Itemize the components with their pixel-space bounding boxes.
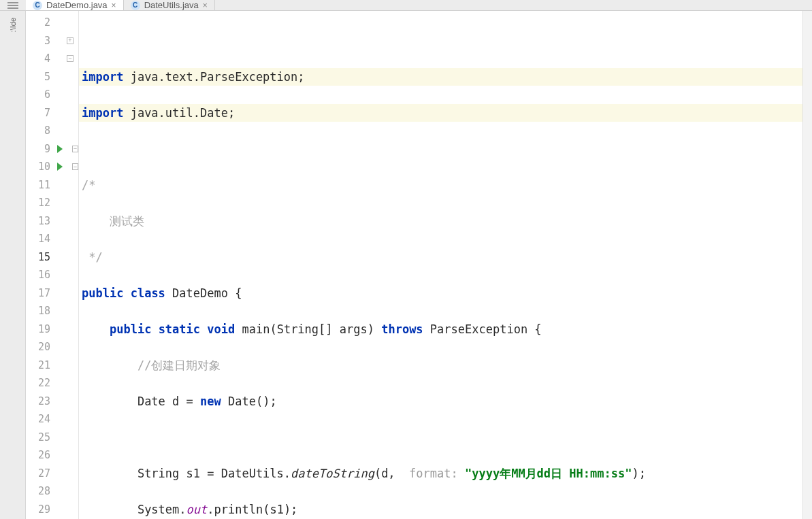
line-number[interactable]: 15 bbox=[26, 248, 50, 267]
gutter-marker-row bbox=[56, 248, 78, 267]
line-number[interactable]: 10 bbox=[26, 158, 50, 176]
gutter-marker-row bbox=[56, 86, 78, 104]
line-number[interactable]: 9 bbox=[26, 140, 50, 158]
toolwindow-strip: :\Ide iml bbox=[0, 11, 26, 519]
java-class-icon: C bbox=[33, 1, 42, 10]
gutter-marker-row bbox=[56, 176, 78, 195]
java-class-icon: C bbox=[131, 1, 140, 10]
gutter-marker-row bbox=[56, 374, 78, 392]
line-number[interactable]: 12 bbox=[26, 194, 50, 212]
code-line: public static void main(String[] args) t… bbox=[79, 320, 802, 339]
tab-label: DateDemo.java bbox=[46, 0, 108, 10]
gutter-marker-row bbox=[56, 302, 78, 320]
gutter-marker-row bbox=[56, 140, 78, 158]
gutter-marker-row bbox=[56, 194, 78, 212]
gutter-marker-row bbox=[56, 446, 78, 465]
line-number[interactable]: 19 bbox=[26, 320, 50, 339]
gutter-marker-row bbox=[56, 465, 78, 483]
line-number[interactable]: 27 bbox=[26, 465, 50, 483]
fold-toggle-icon[interactable] bbox=[72, 163, 78, 170]
tab-dateutils[interactable]: C DateUtils.java × bbox=[124, 0, 215, 10]
fold-toggle-icon[interactable] bbox=[67, 55, 74, 62]
line-number[interactable]: 23 bbox=[26, 392, 50, 411]
gutter-marker-row bbox=[56, 284, 78, 303]
line-number[interactable]: 14 bbox=[26, 230, 50, 248]
close-icon[interactable]: × bbox=[203, 1, 208, 10]
code-editor[interactable]: 2345678910111213141516171819202122232425… bbox=[26, 11, 812, 519]
run-gutter-icon[interactable] bbox=[57, 145, 63, 153]
code-line: Date d = new Date(); bbox=[79, 392, 802, 411]
line-number[interactable]: 8 bbox=[26, 122, 50, 140]
gutter-marker-row bbox=[56, 429, 78, 447]
ide-root: C DateDemo.java × C DateUtils.java × :\I… bbox=[0, 0, 812, 519]
line-number[interactable]: 21 bbox=[26, 356, 50, 375]
editor-body: :\Ide iml 234567891011121314151617181920… bbox=[0, 11, 812, 519]
line-number[interactable]: 5 bbox=[26, 68, 50, 86]
code-line: String s1 = DateUtils.dateToString(d, fo… bbox=[79, 465, 802, 483]
gutter-marker-row bbox=[56, 501, 78, 519]
line-number[interactable]: 29 bbox=[26, 501, 50, 519]
close-icon[interactable]: × bbox=[112, 1, 116, 10]
line-number[interactable]: 22 bbox=[26, 374, 50, 392]
gutter-marker-row bbox=[56, 320, 78, 339]
tab-datedemo[interactable]: C DateDemo.java × bbox=[26, 0, 124, 10]
line-number[interactable]: 2 bbox=[26, 14, 50, 32]
gutter-line-numbers[interactable]: 2345678910111213141516171819202122232425… bbox=[26, 11, 56, 519]
gutter-marker-row bbox=[56, 104, 78, 122]
gutter-marker-row bbox=[56, 32, 78, 50]
code-line: //创建日期对象 bbox=[79, 356, 802, 375]
gutter-marker-row bbox=[56, 482, 78, 501]
gutter-marker-row bbox=[56, 158, 78, 176]
run-gutter-icon[interactable] bbox=[57, 163, 63, 171]
line-number[interactable]: 11 bbox=[26, 176, 50, 195]
editor-tabs-bar: C DateDemo.java × C DateUtils.java × bbox=[0, 0, 812, 11]
code-line: System.out.println(s1); bbox=[79, 501, 802, 519]
fold-toggle-icon[interactable] bbox=[72, 146, 78, 152]
hamburger-icon[interactable] bbox=[0, 0, 26, 10]
code-line: import java.util.Date; bbox=[79, 104, 802, 122]
code-line: /* bbox=[79, 176, 802, 195]
line-number[interactable]: 20 bbox=[26, 338, 50, 356]
gutter-marker-row bbox=[56, 14, 78, 32]
fold-toggle-icon[interactable] bbox=[67, 37, 74, 44]
line-number[interactable]: 6 bbox=[26, 86, 50, 104]
line-number[interactable]: 18 bbox=[26, 302, 50, 320]
code-area[interactable]: import java.text.ParseException; import … bbox=[79, 11, 802, 519]
toolwindow-label-ide[interactable]: :\Ide bbox=[9, 18, 17, 32]
editor-scrollbar[interactable] bbox=[802, 11, 812, 519]
code-line: import java.text.ParseException; bbox=[79, 68, 802, 86]
line-number[interactable]: 3 bbox=[26, 32, 50, 50]
line-number[interactable]: 16 bbox=[26, 266, 50, 284]
line-number[interactable]: 26 bbox=[26, 446, 50, 465]
code-line: public class DateDemo { bbox=[79, 284, 802, 303]
gutter-marker-row bbox=[56, 230, 78, 248]
line-number[interactable]: 4 bbox=[26, 50, 50, 68]
code-line: */ bbox=[79, 248, 802, 267]
gutter-marker-row bbox=[56, 212, 78, 231]
gutter-markers[interactable] bbox=[56, 11, 79, 519]
line-number[interactable]: 7 bbox=[26, 104, 50, 122]
code-line bbox=[79, 429, 802, 447]
tab-label: DateUtils.java bbox=[144, 0, 199, 10]
code-line bbox=[79, 32, 802, 50]
gutter-marker-row bbox=[56, 410, 78, 429]
gutter-marker-row bbox=[56, 68, 78, 86]
line-number[interactable]: 17 bbox=[26, 284, 50, 303]
line-number[interactable]: 24 bbox=[26, 410, 50, 429]
line-number[interactable]: 28 bbox=[26, 482, 50, 501]
code-line: 测试类 bbox=[79, 212, 802, 231]
gutter-marker-row bbox=[56, 122, 78, 140]
line-number[interactable]: 25 bbox=[26, 429, 50, 447]
code-line bbox=[79, 140, 802, 158]
line-number[interactable]: 13 bbox=[26, 212, 50, 231]
gutter-marker-row bbox=[56, 392, 78, 411]
gutter-marker-row bbox=[56, 356, 78, 375]
gutter-marker-row bbox=[56, 266, 78, 284]
gutter-marker-row bbox=[56, 50, 78, 68]
gutter-marker-row bbox=[56, 338, 78, 356]
